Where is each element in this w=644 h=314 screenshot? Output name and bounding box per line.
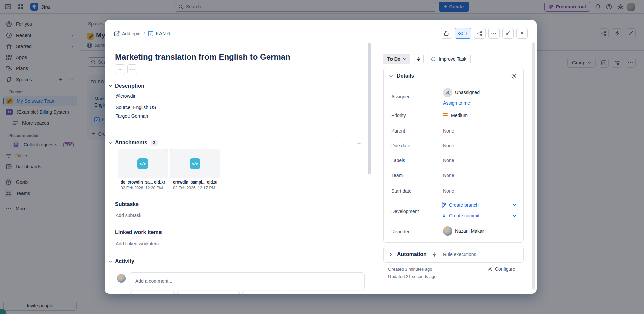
priority-label: Priority (391, 113, 438, 118)
share-icon[interactable] (474, 28, 486, 39)
add-attachment-icon[interactable]: + (355, 139, 363, 148)
more-actions-icon[interactable]: ··· (488, 28, 500, 39)
automation-bolt-button[interactable] (414, 54, 424, 64)
attachments-more-icon[interactable]: ··· (342, 140, 351, 148)
left-column-scrollbar[interactable] (368, 43, 371, 174)
automation-panel[interactable]: Automation Rule executions (383, 246, 524, 263)
breadcrumb-separator: / (143, 31, 145, 36)
unassigned-avatar (443, 88, 452, 97)
activity-heading: Activity (115, 258, 134, 264)
parent-value[interactable]: None (443, 128, 454, 134)
gear-icon (488, 267, 493, 272)
comment-placeholder: Add a comment... (135, 278, 172, 284)
comment-input[interactable]: Add a comment... (130, 272, 365, 290)
description-source: Source: English US (116, 105, 156, 110)
improve-task-button[interactable]: Improve Task (427, 54, 471, 64)
right-column-scrollbar[interactable] (532, 42, 535, 289)
reporter-avatar (443, 226, 452, 236)
attachment-thumbnail: </> (170, 149, 220, 178)
assignee-label: Assignee (391, 94, 438, 99)
quick-reply-who-is-working[interactable]: Who is working on this...? (177, 291, 240, 294)
sparkle-icon (431, 57, 436, 61)
collapse-details-icon[interactable] (389, 75, 393, 78)
xml-file-icon: </> (137, 158, 148, 169)
watchers-count: 1 (465, 31, 468, 36)
title-more-icon[interactable]: ··· (127, 64, 137, 74)
attachment-date: 02 Feb 2026, 12:17 PM (173, 186, 217, 190)
parent-label: Parent (391, 128, 438, 134)
details-settings-icon[interactable] (511, 73, 517, 79)
add-content-button[interactable]: + (115, 64, 125, 74)
divider (115, 267, 365, 267)
description-mention: @crowdin (116, 93, 136, 99)
quick-reply-suggest[interactable]: Suggest a reply (130, 291, 175, 294)
collapse-modal-icon[interactable] (502, 28, 514, 39)
priority-medium-icon (443, 112, 448, 117)
xml-file-icon: </> (190, 158, 200, 169)
eye-icon (458, 32, 463, 35)
commit-options-chevron[interactable] (513, 215, 516, 217)
development-label: Development (391, 209, 438, 214)
add-subtask-button[interactable]: Add subtask (116, 213, 141, 218)
created-timestamp: Created 3 minutes ago (388, 267, 432, 272)
jira-app: Jira Search + Create Premium trial For y… (0, 0, 644, 314)
create-commit-link[interactable]: Create commit (442, 213, 479, 218)
collapse-attachments-icon[interactable] (109, 142, 112, 144)
labels-label: Labels (391, 158, 438, 163)
team-label: Team (391, 173, 438, 178)
current-user-avatar (117, 274, 126, 283)
assignee-value[interactable]: Unassigned (455, 90, 480, 95)
task-type-icon: ✓ (148, 31, 153, 36)
collapse-description-icon[interactable] (109, 85, 112, 87)
details-panel: Details Assignee Unassigned Assign to me… (383, 68, 524, 243)
expand-automation-icon[interactable] (390, 253, 392, 256)
watchers-button[interactable]: 1 (455, 28, 471, 39)
issue-title[interactable]: Marketing translation from English to Ge… (115, 52, 370, 62)
automation-bolt-icon (433, 252, 437, 257)
attachment-card[interactable]: </> de_crowdin_sa... oid.xml 02 Feb 2026… (118, 149, 168, 193)
start-date-label: Start date (391, 188, 438, 194)
create-branch-link[interactable]: Create branch (442, 202, 479, 208)
priority-value[interactable]: Medium (451, 113, 468, 118)
branch-options-chevron[interactable] (513, 204, 516, 206)
issue-key-link[interactable]: ✓ KAN-6 (148, 31, 170, 36)
automation-heading: Automation (397, 251, 427, 257)
due-date-value[interactable]: None (443, 143, 454, 148)
linked-work-items-heading: Linked work items (115, 229, 162, 235)
add-linked-work-item-button[interactable]: Add linked work item (116, 241, 159, 246)
lock-button[interactable] (441, 28, 452, 39)
description-target: Target: German (116, 113, 148, 119)
attachments-count-badge: 2 (151, 140, 158, 146)
edit-icon (114, 31, 120, 36)
reporter-label: Reporter (391, 229, 438, 234)
rule-executions-label[interactable]: Rule executions (443, 252, 476, 257)
updated-timestamp: Updated 21 seconds ago (388, 274, 437, 279)
attachment-thumbnail: </> (118, 149, 168, 178)
assign-to-me-link[interactable]: Assign to me (443, 100, 470, 106)
attachment-date: 02 Feb 2026, 12:20 PM (121, 186, 165, 190)
team-value[interactable]: None (443, 173, 454, 178)
close-modal-icon[interactable]: × (516, 28, 528, 39)
status-dropdown[interactable]: To Do (383, 54, 410, 64)
due-date-label: Due date (391, 143, 438, 148)
attachment-name: de_crowdin_sa... oid.xml (121, 180, 165, 185)
attachment-card[interactable]: </> crowdin_sampl... oid.xml 02 Feb 2026… (170, 149, 220, 193)
start-date-value[interactable]: None (443, 188, 454, 194)
details-heading: Details (397, 73, 414, 79)
configure-button[interactable]: Configure (488, 266, 515, 272)
labels-value[interactable]: None (443, 158, 454, 163)
collapse-activity-icon[interactable] (109, 260, 112, 263)
reporter-value[interactable]: Nazarii Makar (455, 228, 484, 234)
quick-reply-status-update[interactable]: Status update (242, 291, 282, 294)
subtasks-heading: Subtasks (115, 201, 139, 207)
attachments-heading: Attachments (115, 140, 147, 146)
description-heading: Description (115, 83, 144, 89)
attachment-name: crowdin_sampl... oid.xml (173, 180, 217, 185)
add-epic-button[interactable]: Add epic (114, 31, 140, 36)
issue-modal: Add epic / ✓ KAN-6 1 ··· × Mar (105, 20, 537, 294)
